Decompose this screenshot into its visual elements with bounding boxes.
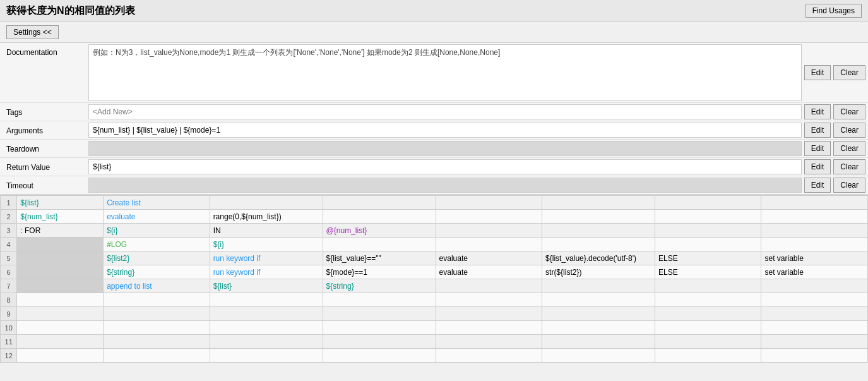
cell-c6: ${list_value}.decode('utf-8') [542,251,655,265]
table-row[interactable]: 4#LOG${i} [1,238,868,251]
cell-c3: run keyword if [210,251,323,265]
timeout-edit-button[interactable]: Edit [804,178,831,193]
cell-c5: evaluate [436,251,542,265]
cell-c4: ${mode}==1 [323,265,436,279]
cell-c1 [17,335,104,349]
cell-c8 [761,196,868,210]
tags-label: Tags [0,103,88,121]
return-value-edit-button[interactable]: Edit [804,159,831,174]
table-row[interactable]: 7append to list${list}${string} [1,279,868,293]
timeout-label: Timeout [0,176,88,194]
cell-c7: ELSE [655,265,761,279]
cell-c4 [323,196,436,210]
cell-c1 [17,321,104,335]
cell-c4: ${string} [323,279,436,293]
cell-c4 [323,335,436,349]
teardown-label: Teardown [0,140,88,157]
keyword-table: 1${list}Create list2${num_list}evaluater… [0,195,868,363]
cell-c1: : FOR [17,224,104,238]
cell-c3: run keyword if [210,265,323,279]
timeout-row: Timeout Edit Clear [0,176,868,195]
cell-c5 [436,210,542,224]
tags-edit-button[interactable]: Edit [804,104,831,119]
cell-c5 [436,224,542,238]
return-value-clear-button[interactable]: Clear [833,159,865,174]
page-title: 获得长度为N的相同值的列表 [6,4,135,18]
settings-bar: Settings << [0,22,868,43]
cell-c7 [655,349,761,363]
cell-c8 [761,307,868,321]
row-number: 7 [1,279,17,293]
table-row[interactable]: 9 [1,307,868,321]
row-number: 8 [1,293,17,307]
find-usages-button[interactable]: Find Usages [806,4,862,18]
return-value-content: ${list} [88,159,802,174]
cell-c6 [542,210,655,224]
timeout-clear-button[interactable]: Clear [833,178,865,193]
cell-c7 [655,293,761,307]
tags-clear-button[interactable]: Clear [833,104,865,119]
cell-c1 [17,265,104,279]
table-row[interactable]: 3: FOR${i}IN@{num_list} [1,224,868,238]
cell-c6 [542,279,655,293]
documentation-edit-button[interactable]: Edit [804,65,831,80]
arguments-content: ${num_list} | ${list_value} | ${mode}=1 [88,123,802,138]
cell-c4 [323,210,436,224]
table-row[interactable]: 12 [1,349,868,363]
cell-c8 [761,349,868,363]
cell-c7 [655,279,761,293]
table-row[interactable]: 11 [1,335,868,349]
timeout-content [88,178,802,193]
arguments-row: Arguments ${num_list} | ${list_value} | … [0,121,868,140]
cell-c3: ${i} [210,238,323,251]
timeout-actions: Edit Clear [802,176,868,194]
arguments-edit-button[interactable]: Edit [804,123,831,138]
cell-c5 [436,196,542,210]
settings-button[interactable]: Settings << [6,25,59,39]
row-number: 6 [1,265,17,279]
cell-c1: ${list} [17,196,104,210]
tags-input[interactable] [93,107,797,116]
cell-c5 [436,279,542,293]
cell-c1 [17,251,104,265]
cell-c1 [17,293,104,307]
cell-c4 [323,349,436,363]
teardown-clear-button[interactable]: Clear [833,141,865,156]
cell-c8: set variable [761,251,868,265]
cell-c6 [542,224,655,238]
cell-c2: #LOG [104,238,210,251]
cell-c8 [761,279,868,293]
cell-c5 [436,321,542,335]
row-number: 10 [1,321,17,335]
cell-c5 [436,349,542,363]
table-row[interactable]: 6${string}run keyword if${mode}==1evalua… [1,265,868,279]
cell-c2: Create list [104,196,210,210]
cell-c6 [542,238,655,251]
return-value-actions: Edit Clear [802,158,868,176]
cell-c2: append to list [104,279,210,293]
cell-c7 [655,224,761,238]
arguments-clear-button[interactable]: Clear [833,123,865,138]
cell-c5: evaluate [436,265,542,279]
tags-actions: Edit Clear [802,103,868,121]
cell-c5 [436,335,542,349]
table-row[interactable]: 5${list2}run keyword if${list_value}==""… [1,251,868,265]
cell-c6 [542,307,655,321]
table-row[interactable]: 8 [1,293,868,307]
row-number: 4 [1,238,17,251]
cell-c2 [104,349,210,363]
cell-c3 [210,307,323,321]
teardown-edit-button[interactable]: Edit [804,141,831,156]
row-number: 11 [1,335,17,349]
documentation-clear-button[interactable]: Clear [833,65,865,80]
cell-c7 [655,307,761,321]
cell-c4: ${list_value}=="" [323,251,436,265]
cell-c4 [323,293,436,307]
table-row[interactable]: 10 [1,321,868,335]
table-row[interactable]: 1${list}Create list [1,196,868,210]
cell-c8 [761,224,868,238]
row-number: 5 [1,251,17,265]
metadata-section: Documentation 例如：N为3，list_value为None,mod… [0,43,868,195]
cell-c5 [436,307,542,321]
table-row[interactable]: 2${num_list}evaluaterange(0,${num_list}) [1,210,868,224]
